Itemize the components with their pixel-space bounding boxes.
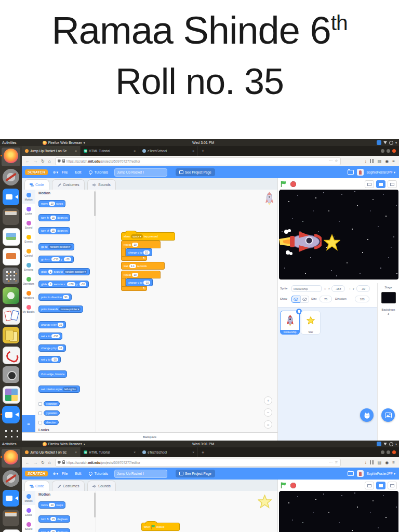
minimize-button[interactable] — [381, 450, 384, 454]
home-button[interactable]: ⌂ — [48, 460, 51, 465]
block-move-steps[interactable]: move10steps — [38, 501, 65, 509]
zoom-in-button[interactable]: + — [264, 396, 272, 405]
block-change-y[interactable]: change y by10 — [38, 344, 66, 352]
green-flag-button[interactable] — [281, 181, 286, 187]
block-edge-bounce[interactable]: if on edge, bounce — [38, 370, 67, 378]
system-tray[interactable]: ▾ — [377, 139, 397, 146]
category-events[interactable]: Events — [22, 232, 35, 246]
block-repeat-1[interactable]: repeat10 change y by10 ↻ — [121, 241, 175, 261]
address-bar[interactable]: https://scratch.mit.edu/projects/5097072… — [55, 157, 341, 165]
browser-tab-etechschool[interactable]: eTechSchool × — [139, 146, 198, 156]
palette-scrollbar[interactable] — [94, 493, 96, 517]
dock-zoom-app[interactable] — [3, 189, 19, 205]
browser-tab-html-tutorial[interactable]: W HTML Tutorial × — [81, 146, 139, 156]
close-tab-icon[interactable]: × — [192, 450, 194, 454]
clock[interactable]: Wed 3:01 PM — [192, 141, 214, 144]
stage[interactable] — [279, 190, 398, 280]
app-menu[interactable]: Firefox Web Browser ▾ — [43, 141, 85, 145]
block-move-steps[interactable]: move10steps — [38, 200, 65, 207]
tutorials-button[interactable]: Tutorials — [89, 170, 108, 174]
scratch-logo[interactable]: SCRATCH — [25, 471, 48, 476]
block-turn-ccw[interactable]: turn ↺15degrees — [38, 227, 70, 234]
avatar[interactable] — [357, 470, 364, 477]
backpack-bar[interactable]: Backpack — [22, 432, 277, 441]
more-options-icon[interactable]: ⋯ — [329, 460, 332, 464]
sidebar-button[interactable]: ▤ — [378, 159, 382, 164]
library-button[interactable] — [370, 159, 374, 163]
reload-button[interactable]: ↻ — [41, 159, 45, 164]
close-tab-icon[interactable]: × — [75, 149, 77, 153]
activities-button[interactable]: Activities — [2, 141, 17, 144]
tutorials-button[interactable]: Tutorials — [89, 472, 108, 475]
more-options-icon[interactable]: ⋯ — [329, 159, 332, 163]
close-tab-icon[interactable]: × — [75, 450, 77, 454]
category-motion[interactable]: Motion — [22, 491, 35, 505]
language-menu[interactable]: ⊕ ▾ — [53, 170, 58, 175]
account-button[interactable]: ◉ — [385, 159, 389, 164]
category-looks[interactable]: Looks — [22, 505, 35, 519]
tab-sounds[interactable]: Sounds — [87, 481, 116, 491]
zoom-out-button[interactable]: − — [264, 408, 272, 417]
address-bar[interactable]: https://scratch.mit.edu/projects/5097072… — [55, 459, 341, 467]
file-menu[interactable]: File — [58, 472, 71, 475]
library-button[interactable] — [370, 460, 374, 464]
checkbox[interactable] — [38, 421, 42, 424]
add-backdrop-button[interactable] — [381, 408, 395, 422]
close-tab-icon[interactable]: × — [134, 450, 136, 454]
tracking-shield-icon[interactable] — [58, 461, 61, 464]
menu-button[interactable]: ≡ — [392, 460, 395, 465]
large-stage-button[interactable] — [376, 482, 385, 489]
sprite-direction-input[interactable]: 180 — [355, 296, 369, 302]
clock[interactable]: Wed 3:01 PM — [192, 442, 214, 446]
block-wait[interactable]: wait1.1seconds — [121, 262, 165, 270]
block-when-key-pressed[interactable]: when space▾ key pressed — [121, 232, 175, 241]
add-sprite-button[interactable] — [360, 408, 374, 422]
sidebar-button[interactable]: ▤ — [378, 460, 382, 465]
block-rotation-style[interactable]: set rotation styleleft-right▾ — [38, 385, 80, 393]
dock-archive-app[interactable] — [3, 208, 19, 225]
sprite-name-input[interactable] — [291, 285, 322, 292]
category-my-blocks[interactable]: My Blocks — [22, 302, 35, 316]
close-window-button[interactable] — [392, 149, 396, 153]
tab-code[interactable]: Code — [24, 179, 49, 190]
tab-sounds[interactable]: Sounds — [87, 179, 116, 190]
large-stage-button[interactable] — [376, 180, 385, 188]
dock-libreoffice-draw[interactable] — [3, 228, 20, 246]
lock-icon[interactable] — [62, 161, 65, 163]
account-button[interactable]: ◉ — [385, 460, 389, 465]
stage-selector[interactable]: Stage Backdrops 3 — [377, 283, 399, 441]
browser-tab-etechschool[interactable]: eTechSchool × — [139, 447, 198, 457]
account-menu[interactable]: SophieFosterJPF ▾ — [367, 170, 395, 175]
dock-calculator[interactable] — [3, 268, 19, 284]
code-canvas[interactable]: when space▾ key pressed repeat10 change … — [96, 190, 277, 433]
block-repeat-2[interactable]: repeat10 change y by-10 ↻ — [121, 271, 175, 291]
dock-photos-app[interactable] — [3, 287, 19, 304]
tracking-shield-icon[interactable] — [58, 159, 61, 163]
category-motion[interactable]: Motion — [22, 190, 35, 204]
new-tab-button[interactable]: + — [198, 447, 208, 457]
menu-button[interactable]: ≡ — [392, 159, 395, 164]
browser-tab-scratch[interactable]: Jump Up Rocket I on Sc × — [22, 447, 81, 457]
category-looks[interactable]: Looks — [22, 204, 35, 218]
dock-zoom-app[interactable] — [3, 490, 19, 507]
project-title-input[interactable] — [114, 470, 167, 478]
back-button[interactable]: ← — [25, 159, 30, 164]
browser-tab-scratch[interactable]: Jump Up Rocket I on Sc × — [22, 146, 81, 156]
block-point-towards[interactable]: point towardsmouse-pointer▾ — [38, 305, 83, 313]
file-menu[interactable]: File — [58, 170, 71, 174]
system-tray[interactable]: ▾ — [377, 441, 397, 447]
sprite-card-rocketship[interactable]: Rocketship — [280, 311, 300, 335]
stage[interactable] — [279, 491, 398, 532]
tab-costumes[interactable]: Costumes — [52, 481, 85, 491]
dock-camera-app[interactable] — [3, 366, 19, 383]
app-menu[interactable]: Firefox Web Browser ▾ — [43, 442, 85, 446]
edit-menu[interactable]: Edit — [71, 472, 85, 475]
dock-libreoffice-impress[interactable] — [3, 248, 20, 265]
project-title-input[interactable] — [114, 168, 167, 177]
code-canvas[interactable]: when space▾ key pressed repeat10 change … — [96, 491, 277, 532]
activities-button[interactable]: Activities — [2, 442, 17, 446]
fullscreen-button[interactable] — [388, 482, 397, 489]
palette-scrollbar[interactable] — [94, 191, 96, 216]
back-button[interactable]: ← — [25, 460, 30, 465]
block-turn-cw[interactable]: turn ↻15degrees — [38, 515, 70, 523]
